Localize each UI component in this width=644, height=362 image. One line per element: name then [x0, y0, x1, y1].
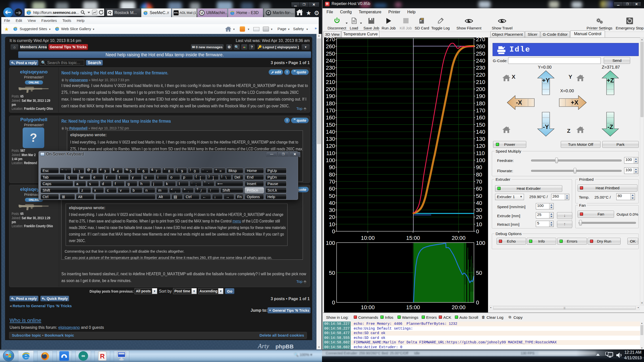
svg-text:20: 20 [329, 214, 335, 220]
svg-text:190: 190 [476, 93, 485, 99]
svg-text:250: 250 [476, 51, 485, 57]
svg-text:170: 170 [476, 107, 485, 114]
svg-text:70: 70 [476, 178, 482, 185]
svg-text:70: 70 [329, 178, 335, 185]
svg-text:160: 160 [326, 114, 335, 121]
svg-text:180: 180 [326, 100, 335, 107]
svg-text:60: 60 [329, 186, 335, 192]
svg-text:220: 220 [326, 72, 335, 78]
svg-text:100: 100 [326, 240, 335, 246]
svg-text:250: 250 [326, 51, 335, 57]
svg-text:50: 50 [476, 270, 482, 276]
svg-text:110: 110 [476, 150, 485, 156]
svg-text:-X: -X [516, 99, 522, 106]
svg-text:170: 170 [326, 107, 335, 114]
svg-text:50: 50 [476, 193, 482, 199]
svg-text:0: 0 [476, 299, 479, 306]
svg-text:260: 260 [476, 43, 485, 50]
svg-text:270: 270 [476, 37, 485, 42]
svg-text:100: 100 [326, 157, 335, 163]
svg-text:270: 270 [326, 37, 335, 42]
svg-text:10: 10 [329, 221, 335, 228]
svg-text:+Z: +Z [607, 77, 614, 84]
svg-text:140: 140 [476, 129, 485, 135]
svg-text:+X: +X [571, 99, 578, 106]
svg-text:240: 240 [326, 58, 335, 64]
svg-text:40: 40 [329, 200, 335, 206]
svg-text:150: 150 [326, 122, 335, 128]
svg-text:140: 140 [326, 129, 335, 135]
svg-text:240: 240 [476, 58, 485, 64]
svg-text:30: 30 [476, 207, 482, 213]
svg-text:+Y: +Y [542, 77, 550, 84]
svg-text:10: 10 [476, 221, 482, 228]
svg-text:10:00: 10:00 [361, 304, 375, 310]
svg-text:260: 260 [326, 43, 335, 50]
svg-text:230: 230 [326, 65, 335, 71]
svg-text:40: 40 [476, 200, 482, 206]
svg-text:120: 120 [326, 143, 335, 149]
svg-text:10:00: 10:00 [361, 235, 375, 241]
svg-text:100: 100 [476, 240, 485, 246]
svg-text:210: 210 [326, 79, 335, 85]
svg-text:150: 150 [476, 122, 485, 128]
svg-text:160: 160 [476, 114, 485, 121]
svg-text:230: 230 [476, 65, 485, 71]
svg-text:30: 30 [329, 207, 335, 213]
svg-text:220: 220 [476, 72, 485, 78]
svg-text:120: 120 [476, 143, 485, 149]
svg-text:100: 100 [476, 157, 485, 163]
svg-text:50: 50 [329, 270, 335, 276]
svg-text:60: 60 [476, 186, 482, 192]
svg-text:-Z: -Z [608, 123, 613, 130]
svg-text:200: 200 [476, 86, 485, 92]
svg-text:90: 90 [329, 164, 335, 170]
svg-text:130: 130 [476, 136, 485, 142]
svg-text:130: 130 [326, 136, 335, 142]
svg-text:0: 0 [476, 228, 479, 235]
svg-text:-Y: -Y [543, 123, 549, 130]
svg-text:50: 50 [329, 193, 335, 199]
svg-text:15:00: 15:00 [406, 235, 420, 241]
svg-text:0: 0 [332, 299, 335, 306]
svg-text:210: 210 [476, 79, 485, 85]
svg-text:20:00: 20:00 [452, 304, 465, 310]
svg-text:90: 90 [476, 164, 482, 170]
svg-text:200: 200 [326, 86, 335, 92]
svg-text:190: 190 [326, 93, 335, 99]
svg-text:80: 80 [476, 171, 482, 178]
svg-text:80: 80 [329, 171, 335, 178]
svg-text:0: 0 [332, 228, 335, 235]
svg-text:20:00: 20:00 [452, 235, 465, 241]
svg-text:20: 20 [476, 214, 482, 220]
svg-text:110: 110 [326, 150, 335, 156]
svg-text:180: 180 [476, 100, 485, 107]
svg-text:15:00: 15:00 [406, 304, 420, 310]
